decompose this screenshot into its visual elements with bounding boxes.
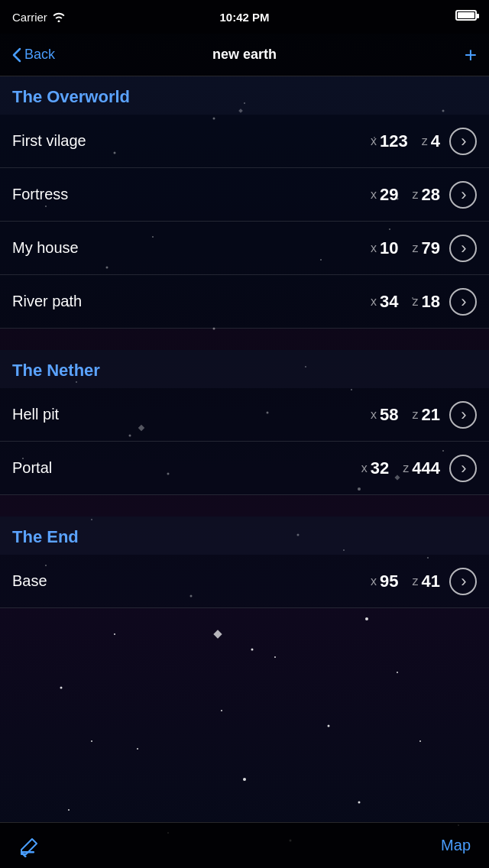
section-header-end: The End	[0, 517, 489, 555]
detail-chevron-icon	[449, 181, 477, 209]
x-coord-value: 95	[380, 572, 398, 591]
z-coord-label: z	[413, 295, 419, 309]
section-header-overworld: The Overworld	[0, 76, 489, 115]
back-button[interactable]: Back	[12, 47, 55, 63]
z-coord-label: z	[413, 241, 419, 255]
detail-chevron-icon	[449, 235, 477, 262]
status-time: 10:42 PM	[219, 11, 269, 24]
x-coord-value: 10	[380, 238, 398, 258]
back-label: Back	[24, 47, 55, 63]
map-button[interactable]: Map	[441, 837, 471, 854]
detail-chevron-icon	[449, 568, 477, 595]
detail-chevron-icon	[449, 455, 477, 482]
x-coord-label: x	[371, 295, 377, 309]
location-row-nether-1[interactable]: Portalx32z444	[0, 442, 489, 495]
location-row-overworld-0[interactable]: First vilagex123z4	[0, 115, 489, 168]
add-button[interactable]: +	[465, 44, 477, 66]
x-coord-label: x	[371, 241, 377, 255]
detail-chevron-icon	[449, 401, 477, 429]
section-gap-2	[0, 495, 489, 517]
edit-icon	[18, 834, 41, 857]
z-coord-value: 18	[422, 292, 440, 312]
location-name: River path	[12, 293, 371, 310]
location-name: Base	[12, 572, 371, 590]
z-coord-value: 4	[431, 131, 440, 151]
x-coord-label: x	[361, 462, 368, 475]
x-coord-label: x	[371, 408, 377, 422]
z-coord-label: z	[413, 575, 419, 588]
location-row-end-0[interactable]: Basex95z41	[0, 555, 489, 608]
x-coord-value: 32	[371, 458, 389, 478]
edit-button[interactable]	[18, 834, 41, 857]
location-row-nether-0[interactable]: Hell pitx58z21	[0, 388, 489, 442]
section-title-nether: The Nether	[12, 361, 477, 381]
x-coord-value: 58	[380, 405, 398, 425]
location-name: Portal	[12, 459, 361, 477]
x-coord-label: x	[371, 575, 377, 588]
x-coord-label: x	[371, 134, 377, 148]
z-coord-label: z	[403, 462, 409, 475]
x-coord-value: 29	[380, 185, 398, 205]
wifi-icon	[52, 11, 66, 22]
x-coord-value: 34	[380, 292, 398, 312]
bottom-toolbar: Map	[0, 822, 489, 868]
z-coord-value: 444	[412, 458, 440, 478]
location-row-overworld-1[interactable]: Fortressx29z28	[0, 168, 489, 222]
detail-chevron-icon	[449, 288, 477, 316]
battery-indicator	[455, 10, 477, 24]
page-title: new earth	[212, 47, 277, 63]
x-coord-value: 123	[380, 131, 408, 151]
location-row-overworld-3[interactable]: River pathx34z18	[0, 275, 489, 329]
location-row-overworld-2[interactable]: My housex10z79	[0, 222, 489, 275]
section-title-overworld: The Overworld	[12, 87, 477, 107]
z-coord-label: z	[413, 408, 419, 422]
section-gap-1	[0, 329, 489, 350]
z-coord-label: z	[422, 134, 428, 148]
location-name: Hell pit	[12, 406, 371, 423]
z-coord-value: 79	[422, 238, 440, 258]
detail-chevron-icon	[449, 128, 477, 155]
location-name: First vilage	[12, 132, 371, 150]
x-coord-label: x	[371, 188, 377, 202]
nav-bar: Back new earth +	[0, 34, 489, 76]
location-name: Fortress	[12, 186, 371, 203]
content-area: The OverworldFirst vilagex123z4Fortressx…	[0, 76, 489, 822]
z-coord-value: 41	[422, 572, 440, 591]
z-coord-label: z	[413, 188, 419, 202]
back-chevron-icon	[12, 47, 21, 63]
location-name: My house	[12, 239, 371, 257]
status-bar: Carrier 10:42 PM	[0, 0, 489, 34]
section-title-end: The End	[12, 527, 477, 547]
z-coord-value: 28	[422, 185, 440, 205]
carrier-label: Carrier	[12, 11, 47, 24]
section-header-nether: The Nether	[0, 350, 489, 388]
status-left: Carrier	[12, 11, 66, 24]
z-coord-value: 21	[422, 405, 440, 425]
